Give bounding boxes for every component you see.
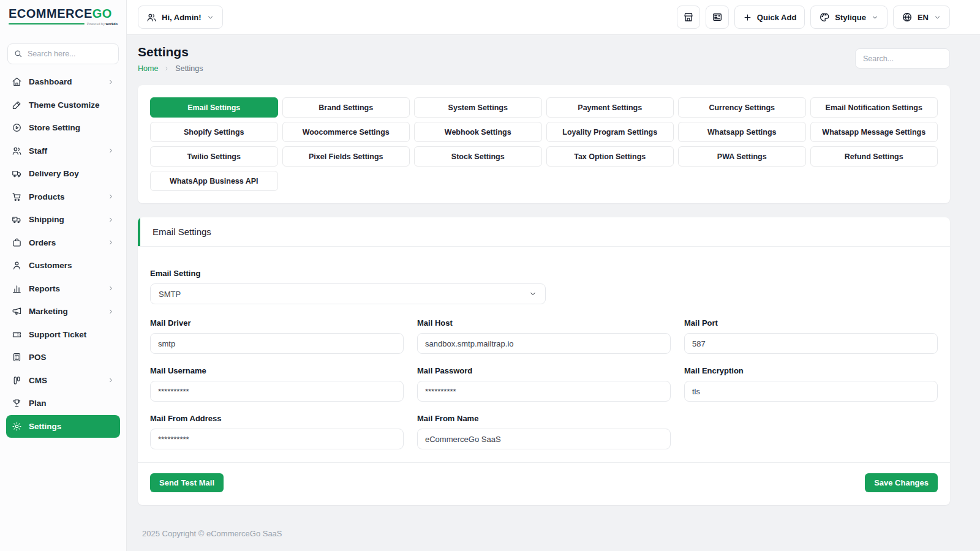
admin-menu-button[interactable]: Hi, Admin! — [138, 6, 223, 29]
tab-pixel-fields-settings[interactable]: Pixel Fields Settings — [282, 146, 410, 167]
sidebar-nav: Dashboard Theme Customize Store Setting … — [0, 69, 126, 551]
tab-refund-settings[interactable]: Refund Settings — [810, 146, 938, 167]
mail-driver-field: Mail Driver — [150, 318, 404, 354]
sidebar-item-label: Staff — [29, 146, 47, 156]
announcement-card-button[interactable] — [706, 6, 729, 29]
sidebar-item-orders[interactable]: Orders — [6, 231, 120, 255]
tab-payment-settings[interactable]: Payment Settings — [546, 97, 674, 118]
tab-shopify-settings[interactable]: Shopify Settings — [150, 122, 278, 142]
megaphone-icon — [12, 306, 22, 317]
tab-system-settings[interactable]: System Settings — [414, 97, 542, 118]
globe-icon — [902, 12, 913, 23]
sidebar-item-products[interactable]: Products — [6, 186, 120, 209]
powered-by-text: Powered by workdo — [87, 22, 118, 26]
email-settings-card: Email Settings Email Setting SMTP Mail D… — [138, 217, 950, 505]
page-search-input[interactable] — [855, 48, 950, 69]
sidebar-item-store-setting[interactable]: Store Setting — [6, 116, 120, 140]
search-icon — [13, 49, 23, 58]
tab-email-settings[interactable]: Email Settings — [150, 97, 278, 118]
tab-woocommerce-settings[interactable]: Woocommerce Settings — [282, 122, 410, 142]
sidebar-item-label: Settings — [29, 422, 61, 431]
tab-tax-option-settings[interactable]: Tax Option Settings — [546, 146, 674, 167]
send-test-mail-button[interactable]: Send Test Mail — [150, 473, 224, 492]
sidebar-item-settings[interactable]: Settings — [6, 415, 120, 438]
page-content: Settings Home Settings Email Settings Br… — [127, 35, 980, 551]
chevron-down-icon — [206, 13, 214, 21]
quick-add-button[interactable]: Quick Add — [734, 6, 805, 29]
mail-from-address-input[interactable] — [150, 429, 404, 449]
sidebar-item-marketing[interactable]: Marketing — [6, 300, 120, 323]
email-setting-select[interactable]: SMTP — [150, 283, 546, 304]
mail-encryption-input[interactable] — [684, 381, 938, 402]
sidebar-item-customers[interactable]: Customers — [6, 254, 120, 277]
chevron-right-icon — [107, 308, 115, 315]
sidebar-item-support-ticket[interactable]: Support Ticket — [6, 323, 120, 347]
language-button[interactable]: EN — [893, 6, 950, 29]
sidebar-item-label: Delivery Boy — [29, 169, 79, 178]
mail-from-address-field: Mail From Address — [150, 414, 404, 449]
sidebar-item-theme-customize[interactable]: Theme Customize — [6, 94, 120, 117]
copyright-text: 2025 Copyright © eCommerceGo SaaS — [138, 529, 950, 538]
mail-password-input[interactable] — [417, 381, 671, 402]
app-window: ECOMMERCEGO Powered by workdo Dashboard … — [0, 0, 980, 551]
people-icon — [12, 146, 22, 156]
email-settings-section-title: Email Settings — [138, 217, 950, 247]
tab-whatsapp-business-api[interactable]: WhatsApp Business API — [150, 171, 278, 191]
tab-webhook-settings[interactable]: Webhook Settings — [414, 122, 542, 142]
tab-currency-settings[interactable]: Currency Settings — [678, 97, 806, 118]
tab-loyality-program-settings[interactable]: Loyality Program Settings — [546, 122, 674, 142]
chevron-right-icon — [107, 285, 115, 292]
sidebar-item-dashboard[interactable]: Dashboard — [6, 70, 120, 94]
email-setting-label: Email Setting — [150, 269, 546, 278]
mail-from-address-label: Mail From Address — [150, 414, 404, 423]
tab-whatsapp-settings[interactable]: Whatsapp Settings — [678, 122, 806, 142]
mail-port-label: Mail Port — [684, 318, 938, 328]
breadcrumb-home-link[interactable]: Home — [138, 64, 158, 73]
page-title: Settings — [138, 45, 203, 59]
quick-add-label: Quick Add — [757, 13, 797, 22]
tab-pwa-settings[interactable]: PWA Settings — [678, 146, 806, 167]
settings-tabs-grid: Email Settings Brand Settings System Set… — [150, 97, 938, 191]
chevron-right-icon — [164, 66, 170, 72]
tab-email-notification-settings[interactable]: Email Notification Settings — [810, 97, 938, 118]
sidebar-item-delivery-boy[interactable]: Delivery Boy — [6, 162, 120, 186]
breadcrumb-current: Settings — [175, 64, 203, 73]
mail-fields-grid: Mail Driver Mail Host Mail Port Ma — [150, 318, 938, 449]
shipping-truck-icon — [12, 214, 22, 225]
sidebar-item-pos[interactable]: POS — [6, 346, 120, 369]
sidebar-item-reports[interactable]: Reports — [6, 277, 120, 301]
logo-text: ECOMMERCEGO — [9, 7, 118, 21]
storefront-button[interactable] — [677, 6, 700, 29]
theme-style-label: Stylique — [835, 13, 866, 22]
sidebar-item-label: Reports — [29, 284, 60, 293]
empty-grid-cell — [684, 414, 938, 449]
theme-style-button[interactable]: Stylique — [810, 6, 888, 29]
logo-accent: GO — [92, 7, 112, 20]
sidebar-item-shipping[interactable]: Shipping — [6, 208, 120, 231]
mail-port-input[interactable] — [684, 333, 938, 354]
ticket-icon — [12, 329, 22, 340]
sidebar-item-plan[interactable]: Plan — [6, 392, 120, 415]
sidebar-item-label: Plan — [29, 399, 47, 408]
storefront-icon — [683, 12, 694, 23]
tab-stock-settings[interactable]: Stock Settings — [414, 146, 542, 167]
mail-host-label: Mail Host — [417, 318, 671, 328]
chevron-down-icon — [933, 13, 941, 21]
tab-whatsapp-message-settings[interactable]: Whatsapp Message Settings — [810, 122, 938, 142]
plus-icon — [743, 13, 752, 22]
tab-brand-settings[interactable]: Brand Settings — [282, 97, 410, 118]
trophy-icon — [12, 398, 22, 408]
mail-from-name-input[interactable] — [417, 429, 671, 449]
tab-twilio-settings[interactable]: Twilio Settings — [150, 146, 278, 167]
chevron-down-icon — [529, 290, 537, 298]
mail-host-input[interactable] — [417, 333, 671, 354]
cart-icon — [12, 192, 22, 202]
sidebar-item-staff[interactable]: Staff — [6, 140, 120, 163]
sidebar-item-cms[interactable]: CMS — [6, 369, 120, 392]
save-changes-button[interactable]: Save Changes — [865, 473, 938, 492]
mail-username-label: Mail Username — [150, 366, 404, 375]
mail-driver-input[interactable] — [150, 333, 404, 354]
sidebar-search-input[interactable] — [7, 43, 119, 64]
brand-logo[interactable]: ECOMMERCEGO Powered by workdo — [0, 0, 126, 35]
mail-username-input[interactable] — [150, 381, 404, 402]
